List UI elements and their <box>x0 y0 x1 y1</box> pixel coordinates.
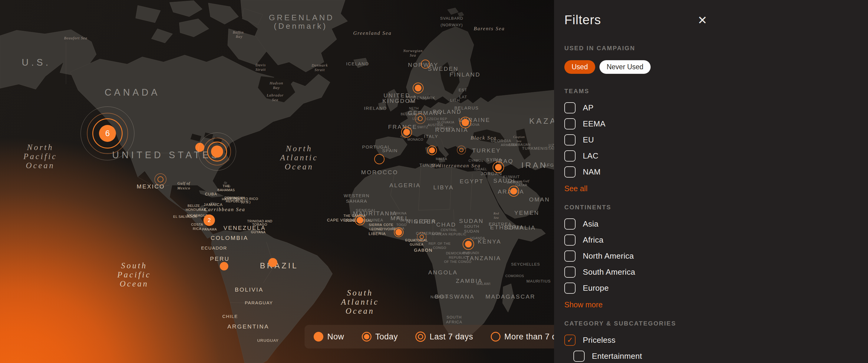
map-label: CHILE <box>222 314 238 319</box>
map-label: (U.S.) <box>241 200 251 204</box>
continent-option-europe[interactable]: Europe <box>564 282 710 294</box>
map-label: PERU <box>210 256 230 262</box>
checkbox-icon[interactable] <box>564 251 576 262</box>
checkbox-icon[interactable] <box>564 150 576 162</box>
team-option-nam[interactable]: NAM <box>564 166 710 178</box>
category-option-entertainment[interactable]: Entertainment <box>574 350 710 362</box>
map-label: CONGO <box>433 246 446 250</box>
map-label: BELARUS <box>455 105 479 110</box>
checkbox-icon[interactable] <box>564 283 576 294</box>
map-label: Atlantic <box>280 153 318 162</box>
map-label: Norwegian <box>403 49 423 53</box>
land-arctic-6 <box>151 29 173 43</box>
checkbox-icon[interactable] <box>574 351 585 362</box>
checkbox-icon[interactable] <box>564 266 576 278</box>
map-label: MAURITIUS <box>526 279 551 284</box>
checkbox-label: Asia <box>583 219 598 229</box>
map-label: Mediterranean Sea <box>431 163 481 169</box>
marker-dot <box>220 262 228 270</box>
map-label: BENIN <box>400 219 411 222</box>
map-label: REPUBLIC <box>449 256 467 259</box>
map-label: COLOMBIA <box>211 235 248 241</box>
map-label: EST <box>459 88 467 92</box>
map-label: GREENLAND <box>269 13 334 22</box>
map-label: BOLIVIA <box>235 287 264 293</box>
team-option-ap[interactable]: AP <box>564 102 710 114</box>
map-label: HONDURAS <box>186 208 206 211</box>
map-legend: NowTodayLast 7 daysMore than 7 days ago <box>305 325 554 349</box>
checkbox-checked-icon[interactable]: ✓ <box>564 335 576 346</box>
checkbox-icon[interactable] <box>564 118 576 129</box>
map-label: CUBA <box>205 192 217 196</box>
map-label: Hudson <box>270 81 283 86</box>
map-label: BELIZE <box>188 204 200 207</box>
map-label: Ocean <box>26 161 55 170</box>
map-label: LIBERIA <box>369 231 386 236</box>
map-label: QATAR <box>516 183 527 187</box>
marker-cluster-dot: 6 <box>99 125 116 142</box>
checkbox-label: NAM <box>583 167 601 177</box>
map-label: LEONE <box>369 227 381 231</box>
checkbox-icon[interactable] <box>564 102 576 113</box>
map-label: COTE <box>383 223 394 227</box>
map-label: AFGHANISTAN <box>544 162 554 168</box>
app-root: U.S.CANADAUNITED STATESGREENLAND(Denmark… <box>0 0 868 363</box>
legend-label: More than 7 days ago <box>504 332 554 341</box>
team-option-eema[interactable]: EEMA <box>564 118 710 130</box>
checkbox-label: Europe <box>583 284 609 293</box>
legend-ring-icon <box>491 332 500 341</box>
map-label: Ocean <box>120 279 148 289</box>
map-label: Beaufort Sea <box>64 36 88 40</box>
map-label: Bay <box>273 86 280 90</box>
map-label: MONACO <box>407 138 424 141</box>
category-option-priceless[interactable]: ✓Priceless <box>564 334 710 346</box>
checkbox-label: Africa <box>583 235 603 245</box>
close-icon[interactable]: ✕ <box>696 13 708 27</box>
checkbox-label: EU <box>583 135 594 144</box>
map-label: ICELAND <box>346 61 369 66</box>
map-label: YEMEN <box>515 210 539 216</box>
map-label: RICA <box>193 227 202 231</box>
checkbox-icon[interactable] <box>564 219 576 230</box>
world-map[interactable]: U.S.CANADAUNITED STATESGREENLAND(Denmark… <box>0 0 554 363</box>
map-label: South <box>347 288 373 298</box>
marker-dot <box>211 145 223 158</box>
marker-dot <box>415 85 422 91</box>
continent-option-south-america[interactable]: South America <box>564 266 710 278</box>
map-label: Ocean <box>345 306 374 316</box>
map-label: SVALBARD <box>440 16 463 21</box>
marker-dot <box>462 119 469 126</box>
teams-list: APEEMAEULACNAM <box>564 102 710 178</box>
map-label: Persian Gulf <box>511 179 529 183</box>
chip-never-used[interactable]: Never Used <box>599 60 651 74</box>
marker-dot <box>465 241 472 248</box>
map-label: IRELAND <box>364 106 387 111</box>
continent-option-africa[interactable]: Africa <box>564 234 710 246</box>
map-label: ITALY <box>424 134 438 139</box>
map-label: Sea <box>272 98 278 102</box>
checkbox-icon[interactable] <box>564 134 576 145</box>
map-label: (NORWAY) <box>440 23 463 27</box>
map-label: THE <box>222 184 230 188</box>
checkbox-label: LAC <box>583 151 598 161</box>
map-label: Black Sea <box>470 135 497 141</box>
map-label: TOGO <box>396 223 407 227</box>
team-option-eu[interactable]: EU <box>564 134 710 146</box>
map-label: CENTRAL <box>441 228 458 232</box>
continent-option-asia[interactable]: Asia <box>564 218 710 230</box>
map-label: CANADA <box>104 87 160 98</box>
map-label: EL SALVADOR <box>173 215 197 219</box>
map-label: WESTERN <box>344 193 370 198</box>
map-label: Davis <box>255 63 266 67</box>
see-all-link[interactable]: See all <box>564 184 587 193</box>
checkbox-icon[interactable] <box>564 166 576 177</box>
panel-title: Filters <box>564 13 710 27</box>
continent-option-north-america[interactable]: North America <box>564 250 710 262</box>
legend-dot-icon <box>314 332 323 341</box>
map-label: OF THE CONGO <box>444 260 472 263</box>
checkbox-icon[interactable] <box>564 234 576 245</box>
team-option-lac[interactable]: LAC <box>564 150 710 162</box>
checkbox-label: North America <box>583 252 634 261</box>
chip-used[interactable]: Used <box>564 60 595 74</box>
show-more-link[interactable]: Show more <box>564 300 602 309</box>
